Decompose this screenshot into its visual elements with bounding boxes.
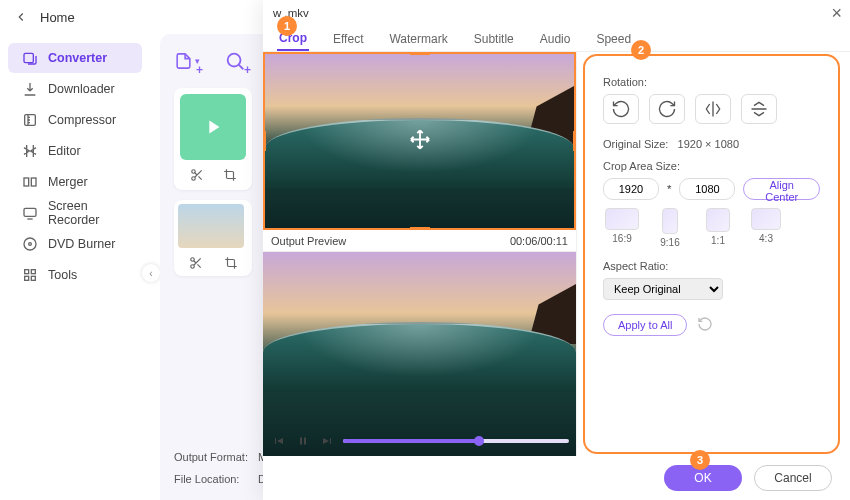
callout-2: 2 xyxy=(631,40,651,60)
prev-frame-icon[interactable] xyxy=(271,433,287,449)
crop-width-input[interactable] xyxy=(603,178,659,200)
svg-rect-3 xyxy=(31,178,36,186)
tab-speed[interactable]: Speed xyxy=(594,28,633,50)
screen-recorder-icon xyxy=(22,205,38,221)
edit-modal: w .mkv × Crop Effect Watermark Subtitle … xyxy=(263,0,850,500)
svg-rect-17 xyxy=(304,438,306,445)
add-file-icon[interactable]: +▾ xyxy=(174,48,200,74)
cut-icon[interactable] xyxy=(187,254,205,272)
modal-titlebar: w .mkv × xyxy=(263,0,850,26)
merger-icon xyxy=(22,174,38,190)
reset-icon[interactable] xyxy=(697,316,715,334)
media-thumb[interactable] xyxy=(180,94,246,160)
converter-icon xyxy=(22,50,38,66)
output-preview-label: Output Preview xyxy=(271,235,346,247)
file-location-label: File Location: xyxy=(174,473,258,485)
svg-rect-9 xyxy=(25,276,29,280)
sidebar-item-tools[interactable]: Tools xyxy=(8,260,142,290)
seek-slider[interactable] xyxy=(343,439,569,443)
crop-handle-bottom[interactable] xyxy=(410,227,430,230)
crop-handle-left[interactable] xyxy=(263,131,266,151)
svg-point-11 xyxy=(228,54,241,67)
modal-footer: OK Cancel xyxy=(263,456,850,500)
sidebar-item-downloader[interactable]: Downloader xyxy=(8,74,142,104)
compressor-icon xyxy=(22,112,38,128)
svg-rect-8 xyxy=(31,270,35,274)
apply-to-all-button[interactable]: Apply to All xyxy=(603,314,687,336)
flip-horizontal-button[interactable] xyxy=(695,94,731,124)
cut-icon[interactable] xyxy=(188,166,206,184)
sidebar-item-compressor[interactable]: Compressor xyxy=(8,105,142,135)
sidebar-item-label: Compressor xyxy=(48,113,116,127)
crop-icon[interactable] xyxy=(222,254,240,272)
sidebar-item-label: DVD Burner xyxy=(48,237,115,251)
svg-point-5 xyxy=(24,238,36,250)
rotate-cw-button[interactable] xyxy=(649,94,685,124)
crop-sep: * xyxy=(667,183,671,195)
ratio-16-9[interactable]: 16:9 xyxy=(603,208,641,248)
media-card-1 xyxy=(174,88,252,190)
sidebar: Converter Downloader Compressor Editor M… xyxy=(0,34,150,500)
pause-icon[interactable] xyxy=(295,433,311,449)
aspect-ratio-label: Aspect Ratio: xyxy=(603,260,820,272)
sidebar-item-screen-recorder[interactable]: Screen Recorder xyxy=(8,198,142,228)
tab-subtitle[interactable]: Subtitle xyxy=(472,28,516,50)
crop-icon[interactable] xyxy=(221,166,239,184)
align-center-button[interactable]: Align Center xyxy=(743,178,820,200)
svg-rect-4 xyxy=(24,208,36,216)
svg-rect-0 xyxy=(24,53,33,62)
modal-body: Output Preview 00:06/00:11 Rotation: Ori… xyxy=(263,52,850,456)
output-preview-header: Output Preview 00:06/00:11 xyxy=(263,230,576,252)
sidebar-item-editor[interactable]: Editor xyxy=(8,136,142,166)
sidebar-item-label: Converter xyxy=(48,51,107,65)
svg-rect-10 xyxy=(31,276,35,280)
ratio-4-3[interactable]: 4:3 xyxy=(747,208,785,248)
ratio-9-16[interactable]: 9:16 xyxy=(651,208,689,248)
sidebar-item-label: Editor xyxy=(48,144,81,158)
sidebar-item-label: Screen Recorder xyxy=(48,199,128,227)
tab-watermark[interactable]: Watermark xyxy=(387,28,449,50)
rotate-ccw-button[interactable] xyxy=(603,94,639,124)
tools-icon xyxy=(22,267,38,283)
sidebar-item-merger[interactable]: Merger xyxy=(8,167,142,197)
original-size-label: Original Size: 1920 × 1080 xyxy=(603,138,820,150)
move-icon[interactable] xyxy=(409,129,431,154)
media-thumb[interactable] xyxy=(178,204,244,248)
player-controls xyxy=(263,426,577,456)
close-icon[interactable]: × xyxy=(831,4,842,22)
output-format-label: Output Format: xyxy=(174,451,258,463)
ratio-presets: 16:9 9:16 1:1 4:3 xyxy=(603,208,820,248)
tab-effect[interactable]: Effect xyxy=(331,28,365,50)
svg-rect-16 xyxy=(300,438,302,445)
crop-handle-right[interactable] xyxy=(573,131,576,151)
flip-vertical-button[interactable] xyxy=(741,94,777,124)
original-size-value: 1920 × 1080 xyxy=(678,138,739,150)
crop-preview[interactable] xyxy=(263,52,576,230)
cancel-button[interactable]: Cancel xyxy=(754,465,832,491)
svg-point-12 xyxy=(191,170,195,174)
sidebar-item-dvd-burner[interactable]: DVD Burner xyxy=(8,229,142,259)
sidebar-item-label: Downloader xyxy=(48,82,115,96)
rotation-label: Rotation: xyxy=(603,76,820,88)
back-icon[interactable] xyxy=(12,8,30,26)
tab-audio[interactable]: Audio xyxy=(538,28,573,50)
page-title: Home xyxy=(40,10,75,25)
collapse-sidebar-icon[interactable]: ‹ xyxy=(142,264,160,282)
crop-height-input[interactable] xyxy=(679,178,735,200)
svg-rect-2 xyxy=(24,178,29,186)
add-url-icon[interactable]: + xyxy=(222,48,248,74)
playback-time: 00:06/00:11 xyxy=(510,235,568,247)
editor-icon xyxy=(22,143,38,159)
ratio-1-1[interactable]: 1:1 xyxy=(699,208,737,248)
sidebar-item-converter[interactable]: Converter xyxy=(8,43,142,73)
scene-wave xyxy=(263,322,576,392)
svg-point-15 xyxy=(190,265,194,269)
bottom-fields: Output Format:M File Location:D: xyxy=(174,446,269,490)
svg-point-6 xyxy=(29,243,32,246)
sidebar-item-label: Merger xyxy=(48,175,88,189)
callout-3: 3 xyxy=(690,450,710,470)
svg-rect-7 xyxy=(25,270,29,274)
crop-handle-top[interactable] xyxy=(410,52,430,55)
next-frame-icon[interactable] xyxy=(319,433,335,449)
aspect-ratio-select[interactable]: Keep Original xyxy=(603,278,723,300)
